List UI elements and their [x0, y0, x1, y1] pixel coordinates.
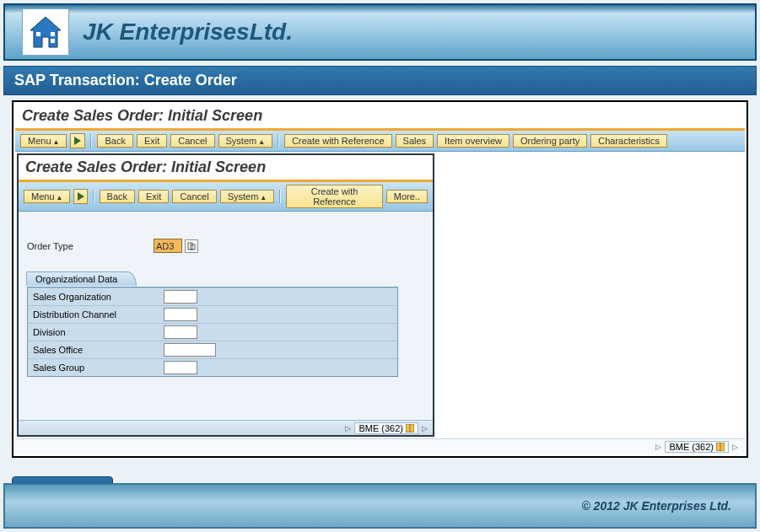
table-row: Division	[28, 324, 397, 341]
svg-marker-4	[74, 137, 81, 145]
toolbar-separator	[278, 134, 279, 148]
distribution-channel-label: Distribution Channel	[28, 306, 159, 324]
menu-button-label: Menu	[28, 136, 51, 146]
table-row: Sales Group	[28, 359, 397, 377]
company-name: JK EnterprisesLtd.	[83, 19, 293, 46]
outer-window-title: Create Sales Order: Initial Screen	[22, 107, 262, 124]
layout-icon	[716, 443, 725, 451]
cancel-button[interactable]: Cancel	[170, 134, 214, 148]
cancel-button[interactable]: Cancel	[172, 190, 216, 203]
status-arrow-icon[interactable]: ▷	[732, 443, 738, 451]
characteristics-button[interactable]: Characteristics	[590, 134, 667, 148]
inner-window-title: Create Sales Order: Initial Screen	[25, 159, 266, 175]
menu-button-label: Menu	[31, 191, 55, 202]
outer-body: Create Sales Order: Initial Screen Menu▲…	[15, 152, 745, 438]
table-row: Sales Organization	[28, 288, 397, 306]
division-input[interactable]	[164, 325, 197, 339]
sales-office-input[interactable]	[164, 343, 216, 357]
outer-status-bar: ▷ BME (362) ▷	[15, 438, 745, 454]
page-title: SAP Transaction: Create Order	[3, 66, 757, 95]
exit-button[interactable]: Exit	[138, 190, 169, 203]
back-button[interactable]: Back	[97, 134, 132, 148]
toolbar-separator	[90, 134, 92, 148]
sales-organization-input[interactable]	[164, 290, 197, 304]
nav-forward-icon[interactable]	[70, 133, 85, 148]
status-arrow-icon[interactable]: ▷	[345, 424, 351, 433]
inner-title-strip: Create Sales Order: Initial Screen	[19, 155, 433, 182]
svg-rect-3	[36, 32, 40, 36]
app-header: JK EnterprisesLtd.	[3, 3, 757, 61]
exit-button[interactable]: Exit	[137, 134, 167, 148]
org-data-tab: Organizational Data	[26, 271, 137, 286]
order-type-label: Order Type	[27, 241, 154, 251]
company-logo	[22, 8, 69, 56]
house-icon	[27, 13, 64, 51]
status-arrow-icon[interactable]: ▷	[422, 424, 428, 433]
chevron-down-icon: ▲	[260, 194, 267, 202]
page-footer: © 2012 JK Enterprises Ltd.	[3, 483, 757, 529]
more-button[interactable]: More..	[386, 190, 428, 203]
outer-body-right	[436, 152, 745, 438]
layout-icon	[406, 424, 414, 433]
server-status[interactable]: BME (362)	[665, 441, 729, 453]
outer-title-strip: Create Sales Order: Initial Screen	[15, 104, 745, 131]
value-help-icon[interactable]	[185, 239, 198, 253]
menu-button[interactable]: Menu▲	[20, 134, 67, 148]
toolbar-separator	[279, 190, 281, 203]
status-arrow-icon[interactable]: ▷	[655, 443, 661, 451]
item-overview-button[interactable]: Item overview	[437, 134, 509, 148]
sales-group-input[interactable]	[164, 361, 197, 374]
system-button[interactable]: System▲	[218, 134, 273, 148]
sales-organization-label: Sales Organization	[28, 288, 159, 306]
inner-body: Order Type Organizational Data Sales Org…	[19, 212, 433, 420]
back-button[interactable]: Back	[100, 190, 135, 203]
outer-toolbar: Menu▲ Back Exit Cancel System▲ Create wi…	[15, 131, 745, 152]
menu-button[interactable]: Menu▲	[24, 190, 70, 203]
inner-status-bar: ▷ BME (362) ▷	[19, 420, 433, 435]
system-button[interactable]: System▲	[220, 190, 275, 203]
toolbar-separator	[93, 190, 94, 203]
chevron-down-icon: ▲	[258, 138, 265, 146]
nav-forward-icon[interactable]	[73, 189, 87, 204]
create-with-reference-button[interactable]: Create with Reference	[286, 185, 383, 208]
sales-button[interactable]: Sales	[396, 134, 434, 148]
table-row: Distribution Channel	[28, 306, 397, 324]
server-status[interactable]: BME (362)	[354, 422, 418, 434]
chevron-down-icon: ▲	[53, 138, 60, 146]
sap-inner-window: Create Sales Order: Initial Screen Menu▲…	[17, 153, 434, 437]
svg-marker-5	[78, 192, 84, 201]
server-status-text: BME (362)	[358, 423, 403, 433]
table-row: Sales Office	[28, 341, 397, 359]
svg-marker-0	[30, 17, 61, 47]
sales-group-label: Sales Group	[28, 359, 159, 377]
sap-outer-window: Create Sales Order: Initial Screen Menu▲…	[15, 104, 745, 454]
organizational-data-group: Organizational Data Sales Organization D…	[27, 273, 424, 377]
inner-toolbar: Menu▲ Back Exit Cancel System▲ Create wi…	[19, 182, 433, 212]
system-button-label: System	[228, 191, 259, 202]
chevron-down-icon: ▲	[57, 194, 63, 202]
svg-rect-1	[51, 32, 55, 36]
order-type-row: Order Type	[27, 239, 424, 253]
sap-outer-frame: Create Sales Order: Initial Screen Menu▲…	[12, 100, 748, 458]
server-status-text: BME (362)	[669, 442, 714, 452]
distribution-channel-input[interactable]	[164, 308, 197, 321]
footer-copyright: © 2012 JK Enterprises Ltd.	[581, 499, 731, 513]
sales-office-label: Sales Office	[28, 341, 159, 359]
division-label: Division	[28, 324, 159, 341]
org-data-table: Sales Organization Distribution Channel …	[28, 287, 397, 376]
order-type-input[interactable]	[154, 239, 182, 253]
ordering-party-button[interactable]: Ordering party	[513, 134, 587, 148]
create-with-reference-button[interactable]: Create with Reference	[284, 134, 391, 148]
svg-rect-2	[51, 39, 55, 43]
system-button-label: System	[226, 136, 257, 146]
